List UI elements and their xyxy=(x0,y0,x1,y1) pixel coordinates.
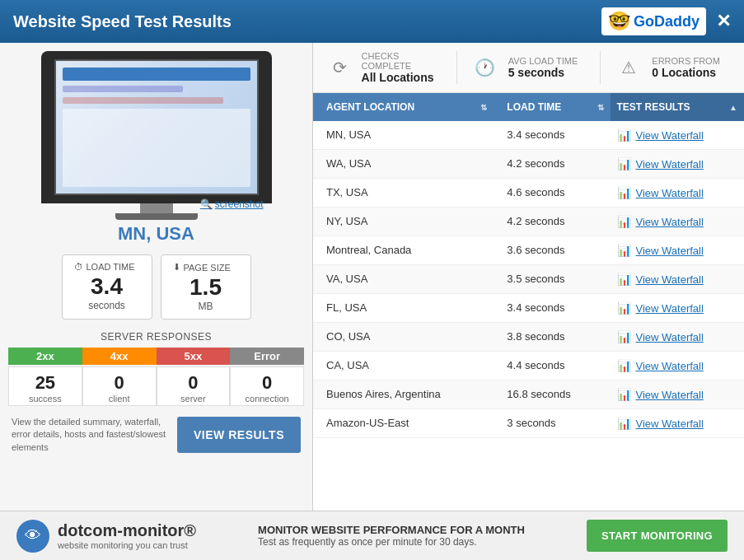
screen-bar xyxy=(63,68,250,81)
th-location[interactable]: AGENT LOCATION ⇅ xyxy=(313,93,500,121)
download-icon: ⬇ xyxy=(173,262,180,273)
td-loadtime: 4.6 seconds xyxy=(500,179,610,207)
footer-brand: 👁 dotcom-monitor® website monitoring you… xyxy=(16,520,196,553)
sr-num-connection: 0 xyxy=(234,372,300,394)
th-results[interactable]: TEST RESULTS ▲ xyxy=(611,93,744,121)
sr-title: SERVER RESPONSES xyxy=(8,331,304,343)
view-results-button[interactable]: VIEW RESULTS xyxy=(177,417,301,453)
sr-badge-error: Error xyxy=(230,348,304,365)
left-panel: 🔍 screenshot MN, USA ⏱ LOAD TIME 3.4 sec… xyxy=(0,43,313,511)
page-size-box: ⬇ PAGE SIZE 1.5 MB xyxy=(161,254,251,320)
sr-num-server: 0 xyxy=(161,372,227,394)
table-row: VA, USA 3.5 seconds 📊 View Waterfall xyxy=(313,265,744,294)
sr-values-row: 25 success 0 client 0 server 0 connectio… xyxy=(8,366,304,406)
load-time-label: ⏱ LOAD TIME xyxy=(74,262,140,272)
footer-logo: dotcom-monitor® website monitoring you c… xyxy=(58,521,196,550)
td-results: 📊 View Waterfall xyxy=(611,352,744,380)
sr-lbl-success: success xyxy=(12,394,78,404)
td-location: Buenos Aires, Argentina xyxy=(313,380,500,408)
errors-label: ERRORS FROM xyxy=(652,56,720,66)
summary-checks-complete: ⟳ CHECKS COMPLETE All Locations xyxy=(313,51,457,84)
start-monitoring-button[interactable]: START MONITORING xyxy=(587,520,728,552)
godaddy-logo: 🤓 GoDaddy xyxy=(601,7,706,35)
waterfall-link[interactable]: View Waterfall xyxy=(636,187,704,199)
page-title: Website Speed Test Results xyxy=(13,12,232,31)
summary-errors: ⚠ ERRORS FROM 0 Locations xyxy=(601,51,744,84)
main-content: 🔍 screenshot MN, USA ⏱ LOAD TIME 3.4 sec… xyxy=(0,43,744,511)
server-responses-section: SERVER RESPONSES 2xx 4xx 5xx Error 25 su… xyxy=(8,331,304,406)
load-time-value: 3.4 xyxy=(74,275,140,298)
avg-label: AVG LOAD TIME xyxy=(508,56,578,66)
td-location: TX, USA xyxy=(313,179,500,207)
waterfall-link[interactable]: View Waterfall xyxy=(636,216,704,228)
waterfall-link[interactable]: View Waterfall xyxy=(636,158,704,170)
bar-chart-icon: 📊 xyxy=(617,128,631,142)
td-results: 📊 View Waterfall xyxy=(611,236,744,264)
sr-val-success: 25 success xyxy=(8,366,82,406)
td-location: MN, USA xyxy=(313,121,500,149)
screen-line2 xyxy=(63,97,223,104)
checks-label: CHECKS COMPLETE xyxy=(362,51,443,71)
td-loadtime: 3.8 seconds xyxy=(500,323,610,351)
metrics-row: ⏱ LOAD TIME 3.4 seconds ⬇ PAGE SIZE 1.5 … xyxy=(8,254,304,320)
footer-brand-icon: 👁 xyxy=(16,520,49,553)
td-results: 📊 View Waterfall xyxy=(611,294,744,322)
sr-lbl-server: server xyxy=(161,394,227,404)
waterfall-link[interactable]: View Waterfall xyxy=(636,245,704,257)
waterfall-link[interactable]: View Waterfall xyxy=(636,360,704,372)
td-results: 📊 View Waterfall xyxy=(611,265,744,293)
td-results: 📊 View Waterfall xyxy=(611,323,744,351)
waterfall-link[interactable]: View Waterfall xyxy=(636,389,704,401)
monitor-stand xyxy=(140,203,173,213)
sort-location-icon: ⇅ xyxy=(480,103,487,112)
avg-value: 5 seconds xyxy=(508,66,578,79)
th-loadtime[interactable]: LOAD TIME ⇅ xyxy=(500,93,610,121)
table-row: TX, USA 4.6 seconds 📊 View Waterfall xyxy=(313,179,744,208)
camera-icon: 🔍 xyxy=(200,198,213,210)
td-location: NY, USA xyxy=(313,208,500,236)
td-loadtime: 3.6 seconds xyxy=(500,236,610,264)
errors-value: 0 Locations xyxy=(652,66,720,79)
waterfall-link[interactable]: View Waterfall xyxy=(636,302,704,315)
bar-chart-icon: 📊 xyxy=(617,273,631,286)
footer-monitor-text: MONITOR WEBSITE PERFORMANCE FOR A MONTH … xyxy=(258,524,525,548)
bar-chart-icon: 📊 xyxy=(617,388,631,401)
monitor-outer xyxy=(41,51,272,203)
td-loadtime: 4.2 seconds xyxy=(500,150,610,178)
footer-monitor-subtitle: Test as frequently as once per minute fo… xyxy=(258,536,525,548)
summary-avg-load: 🕐 AVG LOAD TIME 5 seconds xyxy=(457,51,601,84)
td-location: CA, USA xyxy=(313,352,500,380)
godaddy-icon: 🤓 xyxy=(608,11,630,32)
table-row: WA, USA 4.2 seconds 📊 View Waterfall xyxy=(313,150,744,179)
sr-badge-4xx: 4xx xyxy=(82,348,157,365)
page-size-unit: MB xyxy=(173,301,239,312)
results-table: MN, USA 3.4 seconds 📊 View Waterfall WA,… xyxy=(313,121,744,511)
load-time-box: ⏱ LOAD TIME 3.4 seconds xyxy=(62,254,152,320)
td-loadtime: 16.8 seconds xyxy=(500,380,610,408)
page-size-value: 1.5 xyxy=(173,276,239,299)
summary-bar: ⟳ CHECKS COMPLETE All Locations 🕐 AVG LO… xyxy=(313,43,744,93)
page-size-label: ⬇ PAGE SIZE xyxy=(173,262,239,273)
td-results: 📊 View Waterfall xyxy=(611,380,744,408)
load-time-unit: seconds xyxy=(74,300,140,311)
right-panel: ⟳ CHECKS COMPLETE All Locations 🕐 AVG LO… xyxy=(313,43,744,511)
td-location: CO, USA xyxy=(313,323,500,351)
sr-val-connection: 0 connection xyxy=(230,366,304,406)
td-results: 📊 View Waterfall xyxy=(611,208,744,236)
footer-logo-name: dotcom-monitor® xyxy=(58,521,196,540)
sr-lbl-client: client xyxy=(87,394,152,404)
waterfall-link[interactable]: View Waterfall xyxy=(636,418,704,430)
location-name: MN, USA xyxy=(118,223,194,245)
table-row: Montreal, Canada 3.6 seconds 📊 View Wate… xyxy=(313,236,744,265)
table-row: Buenos Aires, Argentina 16.8 seconds 📊 V… xyxy=(313,380,744,409)
table-row: FL, USA 3.4 seconds 📊 View Waterfall xyxy=(313,294,744,323)
waterfall-link[interactable]: View Waterfall xyxy=(636,129,704,142)
checks-icon: ⟳ xyxy=(326,53,353,82)
waterfall-link[interactable]: View Waterfall xyxy=(636,331,704,343)
table-row: NY, USA 4.2 seconds 📊 View Waterfall xyxy=(313,208,744,236)
waterfall-link[interactable]: View Waterfall xyxy=(636,273,704,286)
screenshot-link[interactable]: 🔍 screenshot xyxy=(200,198,264,210)
close-button[interactable]: ✕ xyxy=(716,12,731,30)
td-loadtime: 4.2 seconds xyxy=(500,208,610,236)
td-loadtime: 3 seconds xyxy=(500,409,610,437)
